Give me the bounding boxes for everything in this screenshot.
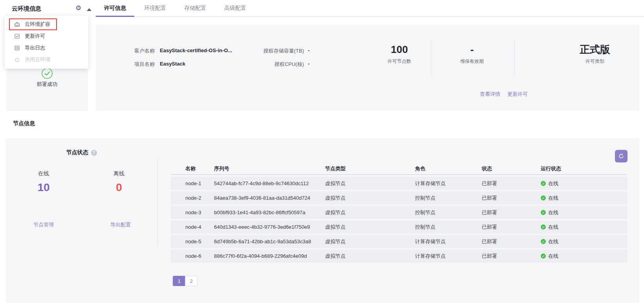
cell-run-status: ✓ 在线: [541, 180, 627, 187]
stat-label: 维保有效期: [439, 58, 505, 65]
table-row[interactable]: node-3 b00bf933-1e41-4a93-82bc-86ffcf505…: [171, 206, 627, 219]
cell-status: 已部署: [482, 224, 541, 231]
field-value-cpu: -: [308, 61, 309, 67]
cell-type: 虚拟节点: [325, 195, 415, 202]
cell-role: 计算存储节点: [415, 180, 482, 187]
col-status: 状态: [482, 165, 541, 172]
run-status-text: 在线: [548, 195, 558, 202]
cell-role: 计算存储节点: [415, 238, 482, 245]
cell-run-status: ✓ 在线: [541, 224, 627, 231]
menu-item-label: 更新许可: [25, 33, 45, 40]
run-status-text: 在线: [548, 238, 558, 245]
tab-advanced-config[interactable]: 高级配置: [216, 0, 254, 16]
table-row[interactable]: node-1 542744ab-fc77-4c9d-88eb-9c74630dc…: [171, 177, 627, 190]
license-info-panel: 客户名称 EasyStack-certified-OS-in-O... 项目名称…: [96, 25, 639, 111]
page: 云环境信息 ⚙ 许可信息 环境配置 存储配置 高级配置 部署成功: [0, 0, 644, 308]
cell-status: 已部署: [482, 253, 541, 260]
table-row[interactable]: node-2 84aea738-3ef9-4036-81aa-da31d540d…: [171, 191, 627, 204]
page-title: 云环境信息: [12, 5, 41, 13]
stat-value: 100: [366, 44, 433, 55]
success-check-icon: [41, 67, 53, 79]
cell-role: 计算存储节点: [415, 253, 482, 260]
col-name: 名称: [171, 165, 214, 172]
col-serial: 序列号: [214, 165, 325, 172]
menu-item-export-log[interactable]: 导出日志: [5, 42, 88, 54]
online-status-icon: ✓: [541, 210, 546, 215]
col-type: 节点类型: [325, 165, 415, 172]
cell-serial: 886c77f0-6f2a-4094-b689-2296afc4e09d: [214, 253, 325, 259]
cell-run-status: ✓ 在线: [541, 238, 627, 245]
license-links: 查看详情 更新许可: [480, 91, 528, 98]
deploy-status-label: 部署成功: [6, 81, 88, 88]
table-row[interactable]: node-4 640d1343-eeec-4b32-9776-3ed6e1f75…: [171, 221, 627, 233]
cell-type: 虚拟节点: [325, 238, 415, 245]
online-status-icon: ✓: [541, 181, 546, 186]
cell-serial: 6d749b5b-6a71-42bb-ab1c-9a53da53c3a8: [214, 239, 325, 244]
run-status-text: 在线: [548, 224, 558, 231]
node-section-title: 节点信息: [13, 120, 35, 127]
stat-value: 正式版: [562, 44, 628, 55]
view-details-link[interactable]: 查看详情: [480, 91, 500, 98]
menu-item-expand-cloud[interactable]: 云环境扩容: [5, 18, 88, 30]
page-button-2[interactable]: 2: [185, 276, 198, 286]
offline-stat: 离线 0: [88, 170, 150, 194]
tab-bar: 许可信息 环境配置 存储配置 高级配置: [96, 0, 256, 16]
stat-license-type: 正式版 许可类型: [562, 44, 628, 65]
online-label: 在线: [12, 170, 75, 177]
menu-item-label: 云环境扩容: [25, 21, 50, 28]
cell-serial: b00bf933-1e41-4a93-82bc-86ffcf50597a: [214, 210, 325, 215]
power-icon: [14, 57, 20, 63]
stat-label: 许可节点数: [366, 58, 433, 65]
tab-storage-config[interactable]: 存储配置: [176, 0, 214, 16]
pagination: 1 2: [173, 276, 627, 286]
update-license-icon: [14, 33, 20, 39]
run-status-text: 在线: [548, 253, 558, 260]
cell-role: 控制节点: [415, 195, 482, 202]
stat-label: 许可类型: [562, 58, 628, 65]
tab-env-config[interactable]: 环境配置: [136, 0, 174, 16]
cell-type: 虚拟节点: [325, 180, 415, 187]
field-label-cpu: 授权CPU(核): [186, 61, 304, 68]
cell-serial: 84aea738-3ef9-4036-81aa-da31d540d724: [214, 195, 325, 201]
refresh-button[interactable]: [615, 150, 628, 162]
caret-up-icon[interactable]: [87, 8, 91, 11]
node-table-body: node-1 542744ab-fc77-4c9d-88eb-9c74630dc…: [171, 177, 627, 262]
node-manage-link[interactable]: 节点管理: [12, 221, 75, 228]
menu-item-shutdown-cloud[interactable]: 关闭云环境: [5, 54, 88, 66]
table-row[interactable]: node-6 886c77f0-6f2a-4094-b689-2296afc4e…: [171, 250, 627, 262]
cell-status: 已部署: [482, 209, 541, 216]
cell-name: node-6: [171, 253, 214, 259]
node-table-header: 名称 序列号 节点类型 角色 状态 运行状态: [171, 163, 627, 175]
page-button-1[interactable]: 1: [173, 276, 185, 286]
run-status-text: 在线: [548, 180, 558, 187]
cloud-expand-icon: [14, 22, 20, 27]
export-config-link[interactable]: 导出配置: [89, 221, 152, 228]
table-row[interactable]: node-5 6d749b5b-6a71-42bb-ab1c-9a53da53c…: [171, 235, 627, 248]
cell-run-status: ✓ 在线: [541, 209, 627, 216]
tab-license-info[interactable]: 许可信息: [96, 0, 134, 16]
cell-role: 控制节点: [415, 209, 482, 216]
gear-icon[interactable]: ⚙: [75, 4, 81, 12]
help-icon[interactable]: ?: [91, 150, 97, 156]
col-role: 角色: [415, 165, 482, 172]
stat-divider: [431, 40, 431, 76]
menu-item-update-license[interactable]: 更新许可: [5, 30, 88, 42]
cell-run-status: ✓ 在线: [541, 253, 627, 260]
field-label-storage: 授权存储容量(TB): [186, 47, 304, 55]
update-license-link[interactable]: 更新许可: [507, 91, 528, 98]
run-status-text: 在线: [548, 209, 558, 216]
cell-name: node-5: [171, 239, 214, 244]
env-actions-menu: 云环境扩容 更新许可 导出日志: [5, 16, 88, 69]
online-status-icon: ✓: [541, 224, 546, 230]
stat-maintenance: - 维保有效期: [439, 44, 505, 65]
cell-status: 已部署: [482, 180, 541, 187]
cell-status: 已部署: [482, 238, 541, 245]
cell-type: 虚拟节点: [325, 253, 415, 260]
cell-status: 已部署: [482, 195, 541, 202]
stat-license-nodes: 100 许可节点数: [366, 44, 433, 65]
field-label-project: 项目名称: [96, 61, 155, 68]
online-status-icon: ✓: [541, 239, 546, 244]
cell-serial: 640d1343-eeec-4b32-9776-3ed6e1f750e9: [214, 224, 325, 230]
field-value-project: EasyStack: [160, 61, 185, 67]
menu-item-label: 导出日志: [25, 44, 45, 51]
